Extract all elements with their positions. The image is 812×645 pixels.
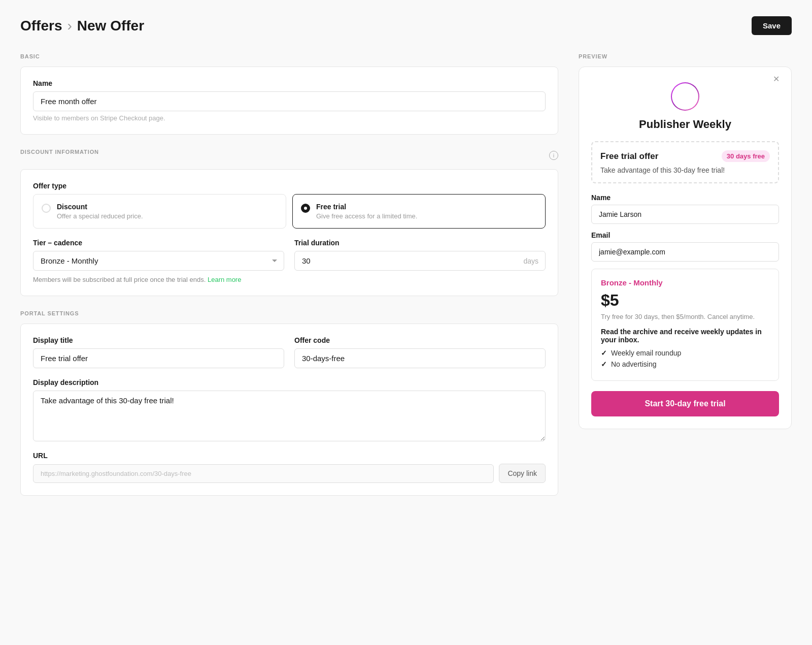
preview-card: ✕ Publisher Weekly Free trial offer 30 d…: [579, 67, 792, 429]
display-title-label: Display title: [33, 336, 284, 344]
start-trial-button[interactable]: Start 30-day free trial: [591, 391, 779, 416]
url-input: [33, 464, 494, 483]
left-column: BASIC Name Visible to members on Stripe …: [20, 53, 558, 510]
page-header: Offers › New Offer Save: [20, 16, 792, 35]
discount-option[interactable]: Discount Offer a special reduced price.: [33, 194, 286, 229]
duration-unit: days: [523, 257, 538, 265]
breadcrumb-parent[interactable]: Offers: [20, 18, 62, 34]
offer-code-label: Offer code: [294, 336, 546, 344]
name-input[interactable]: [33, 91, 546, 111]
duration-input-wrap: days: [294, 251, 546, 271]
freetrial-desc: Give free access for a limited time.: [316, 212, 417, 220]
breadcrumb-sep: ›: [67, 18, 72, 34]
copy-link-button[interactable]: Copy link: [499, 464, 546, 483]
trial-duration-input[interactable]: [294, 251, 546, 271]
name-field-hint: Visible to members on Stripe Checkout pa…: [33, 114, 546, 122]
learn-more-link[interactable]: Learn more: [208, 276, 241, 283]
tier-duration-row: Tier – cadence Bronze - Monthly Trial du…: [33, 239, 546, 271]
discount-section-header: DISCOUNT INFORMATION i: [20, 149, 558, 162]
discount-radio[interactable]: [42, 204, 51, 213]
offer-type-row: Discount Offer a special reduced price. …: [33, 194, 546, 229]
offer-box-title: Free trial offer: [600, 151, 658, 162]
list-item: ✓ Weekly email roundup: [601, 349, 769, 357]
trial-note: Members will be subscribed at full price…: [33, 276, 546, 283]
freetrial-option[interactable]: Free trial Give free access for a limite…: [292, 194, 546, 229]
portal-section-label: PORTAL SETTINGS: [20, 310, 558, 316]
basic-section-label: BASIC: [20, 53, 558, 59]
offer-code-input[interactable]: [294, 348, 546, 368]
list-item: ✓ No advertising: [601, 360, 769, 368]
tier-desc: Read the archive and receive weekly upda…: [601, 328, 769, 344]
offer-badge: 30 days free: [722, 150, 770, 162]
offer-type-label: Offer type: [33, 182, 546, 190]
preview-pub-name: Publisher Weekly: [591, 118, 779, 131]
tier-features: ✓ Weekly email roundup ✓ No advertising: [601, 349, 769, 368]
name-field-label: Name: [33, 79, 546, 87]
info-icon[interactable]: i: [549, 151, 558, 160]
save-button[interactable]: Save: [752, 16, 792, 35]
portal-two-col: Display title Offer code: [33, 336, 546, 368]
preview-logo-wrap: [591, 82, 779, 111]
display-desc-textarea[interactable]: Take advantage of this 30-day free trial…: [33, 391, 546, 441]
breadcrumb: Offers › New Offer: [20, 18, 144, 34]
feature-text: No advertising: [611, 360, 657, 368]
preview-section-label: PREVIEW: [579, 53, 792, 59]
tier-cadence-select[interactable]: Bronze - Monthly: [33, 251, 284, 271]
check-icon: ✓: [601, 360, 607, 368]
offer-box-header: Free trial offer 30 days free: [600, 150, 770, 162]
tier-card: Bronze - Monthly $5 Try free for 30 days…: [591, 269, 779, 381]
portal-card: Display title Offer code Display descrip…: [20, 324, 558, 496]
right-column: PREVIEW ✕ Publisher Weekly Free trial of…: [579, 53, 792, 510]
check-icon: ✓: [601, 349, 607, 357]
tier-name: Bronze - Monthly: [601, 278, 769, 287]
discount-card: Offer type Discount Offer a special redu…: [20, 169, 558, 296]
freetrial-radio[interactable]: [301, 204, 310, 213]
freetrial-title: Free trial: [316, 203, 417, 211]
preview-logo: [671, 82, 699, 111]
preview-email-field: Email: [591, 231, 779, 262]
discount-title: Discount: [57, 203, 143, 211]
url-label: URL: [33, 452, 546, 460]
tier-cadence-label: Tier – cadence: [33, 239, 284, 247]
feature-text: Weekly email roundup: [611, 349, 681, 357]
preview-name-label: Name: [591, 194, 779, 202]
discount-desc: Offer a special reduced price.: [57, 212, 143, 220]
discount-section-label: DISCOUNT INFORMATION: [20, 149, 99, 155]
display-title-field: Display title: [33, 336, 284, 368]
tier-price: $5: [601, 291, 769, 310]
preview-name-input[interactable]: [591, 205, 779, 224]
tier-trial-note: Try free for 30 days, then $5/month. Can…: [601, 313, 769, 320]
close-icon[interactable]: ✕: [773, 75, 783, 85]
tier-cadence-field: Tier – cadence Bronze - Monthly: [33, 239, 284, 271]
basic-card: Name Visible to members on Stripe Checko…: [20, 67, 558, 135]
offer-code-field: Offer code: [294, 336, 546, 368]
display-desc-label: Display description: [33, 378, 546, 386]
preview-email-label: Email: [591, 231, 779, 239]
trial-duration-label: Trial duration: [294, 239, 546, 247]
preview-email-input[interactable]: [591, 242, 779, 262]
url-row: Copy link: [33, 464, 546, 483]
breadcrumb-current: New Offer: [77, 18, 144, 34]
offer-box-desc: Take advantage of this 30-day free trial…: [600, 166, 770, 174]
preview-name-field: Name: [591, 194, 779, 224]
display-title-input[interactable]: [33, 348, 284, 368]
offer-box: Free trial offer 30 days free Take advan…: [591, 141, 779, 183]
trial-duration-field: Trial duration days: [294, 239, 546, 271]
